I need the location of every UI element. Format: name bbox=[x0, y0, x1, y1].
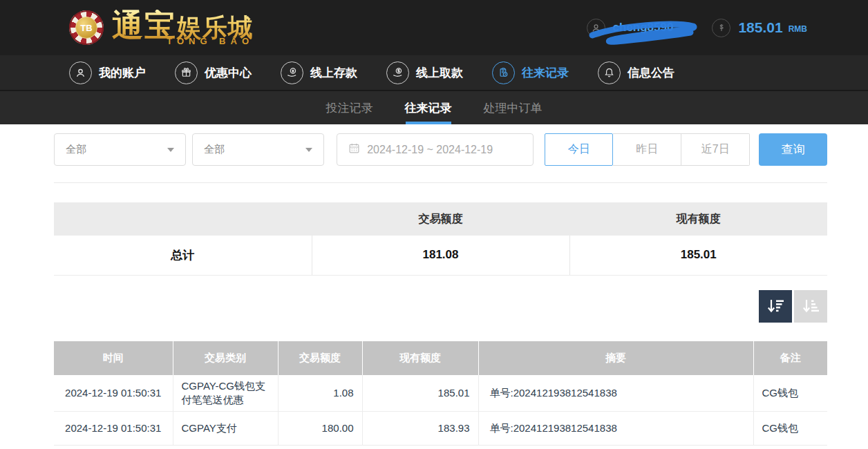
cell-summary: 单号:202412193812541838 bbox=[478, 375, 753, 412]
col-header-balance: 现有额度 bbox=[362, 341, 478, 375]
nav-label: 线上存款 bbox=[310, 65, 357, 81]
main-content: 全部 全部 2024-12-19 ~ 2024-12-19 今日 昨日 近7日 … bbox=[54, 133, 827, 446]
sort-ascending-button[interactable] bbox=[794, 290, 827, 323]
summary-header-row: 交易额度 现有额度 bbox=[54, 202, 827, 236]
table-row: 2024-12-19 01:50:31 CGPAY-CG钱包支付笔笔送优惠 1.… bbox=[54, 375, 827, 412]
user-account[interactable]: cheng8590 bbox=[587, 19, 674, 37]
coin-icon bbox=[712, 19, 730, 37]
nav-label: 线上取款 bbox=[416, 65, 463, 81]
nav-item-transaction-records[interactable]: 往来记录 bbox=[492, 61, 569, 84]
brand-name-en: TONG BAO bbox=[112, 36, 254, 46]
cell-type: CGPAY-CG钱包支付笔笔送优惠 bbox=[173, 375, 278, 412]
subcategory-select-value: 全部 bbox=[204, 143, 225, 156]
brand-wordmark: 通宝娱乐城 TONG BAO bbox=[112, 10, 254, 46]
poker-chip-icon: TB bbox=[69, 10, 104, 45]
gift-icon bbox=[175, 61, 198, 84]
cell-balance: 183.93 bbox=[362, 411, 478, 445]
category-select[interactable]: 全部 bbox=[54, 133, 186, 166]
user-icon bbox=[587, 19, 605, 37]
main-navigation: 我的账户 优惠中心 线上存款 bbox=[0, 55, 868, 90]
subcategory-select[interactable]: 全部 bbox=[192, 133, 324, 166]
nav-item-withdraw[interactable]: 线上取款 bbox=[386, 61, 463, 84]
col-header-time: 时间 bbox=[54, 341, 173, 375]
category-select-value: 全部 bbox=[66, 143, 86, 156]
nav-item-announcements[interactable]: 信息公告 bbox=[598, 61, 674, 84]
col-header-remark: 备注 bbox=[753, 341, 827, 375]
top-header: TB 通宝娱乐城 TONG BAO cheng8590 bbox=[0, 0, 868, 55]
summary-header-blank bbox=[54, 202, 312, 236]
chip-badge: TB bbox=[75, 17, 97, 39]
cell-amount: 180.00 bbox=[278, 411, 362, 445]
summary-header-transaction: 交易额度 bbox=[312, 202, 569, 236]
date-range-picker[interactable]: 2024-12-19 ~ 2024-12-19 bbox=[337, 133, 534, 166]
nav-item-promotions[interactable]: 优惠中心 bbox=[175, 61, 252, 84]
cell-balance: 185.01 bbox=[362, 375, 478, 412]
brand-logo[interactable]: TB 通宝娱乐城 TONG BAO bbox=[69, 10, 254, 46]
chevron-down-icon bbox=[167, 148, 174, 152]
nav-label: 信息公告 bbox=[628, 65, 674, 81]
cell-amount: 1.08 bbox=[278, 375, 362, 412]
header-account-area: cheng8590 185.01 RMB bbox=[587, 19, 807, 37]
balance-currency: RMB bbox=[789, 21, 807, 34]
chevron-down-icon bbox=[305, 148, 312, 152]
summary-total-row: 总计 181.08 185.01 bbox=[54, 236, 827, 275]
summary-balance-total: 185.01 bbox=[569, 236, 827, 275]
today-button[interactable]: 今日 bbox=[545, 133, 613, 166]
records-table: 时间 交易类别 交易额度 现有额度 摘要 备注 2024-12-19 01:50… bbox=[54, 341, 827, 446]
withdraw-icon bbox=[386, 61, 409, 84]
section-divider bbox=[54, 182, 827, 183]
col-header-summary: 摘要 bbox=[478, 341, 753, 375]
sort-controls bbox=[54, 290, 827, 323]
nav-item-my-account[interactable]: 我的账户 bbox=[69, 61, 146, 84]
filter-toolbar: 全部 全部 2024-12-19 ~ 2024-12-19 今日 昨日 近7日 … bbox=[54, 133, 827, 166]
summary-total-label: 总计 bbox=[54, 236, 312, 275]
user-icon bbox=[69, 61, 92, 84]
balance[interactable]: 185.01 RMB bbox=[712, 19, 807, 37]
deposit-icon bbox=[281, 61, 303, 84]
bell-icon bbox=[598, 61, 621, 84]
tab-betting-records[interactable]: 投注记录 bbox=[326, 91, 373, 124]
nav-label: 优惠中心 bbox=[205, 65, 252, 81]
records-icon bbox=[492, 61, 515, 84]
date-range-value: 2024-12-19 ~ 2024-12-19 bbox=[367, 144, 493, 156]
cell-summary: 单号:202412193812541838 bbox=[478, 411, 753, 445]
tab-pending-orders[interactable]: 处理中订单 bbox=[484, 91, 542, 124]
nav-label: 往来记录 bbox=[522, 65, 569, 81]
calendar-icon bbox=[348, 142, 360, 157]
cell-time: 2024-12-19 01:50:31 bbox=[54, 375, 173, 412]
nav-label: 我的账户 bbox=[99, 65, 146, 81]
tab-transaction-records[interactable]: 往来记录 bbox=[405, 91, 452, 124]
cell-type: CGPAY支付 bbox=[173, 411, 278, 445]
nav-item-deposit[interactable]: 线上存款 bbox=[281, 61, 357, 84]
username-text: cheng8590 bbox=[613, 21, 674, 35]
sort-descending-icon bbox=[766, 298, 785, 314]
balance-amount: 185.01 bbox=[738, 19, 782, 36]
summary-header-balance: 现有额度 bbox=[569, 202, 827, 236]
summary-table: 交易额度 现有额度 总计 181.08 185.01 bbox=[54, 202, 827, 276]
cell-time: 2024-12-19 01:50:31 bbox=[54, 411, 173, 445]
search-button[interactable]: 查询 bbox=[759, 133, 827, 166]
summary-transaction-total: 181.08 bbox=[312, 236, 569, 275]
sort-ascending-icon bbox=[802, 298, 820, 314]
sub-navigation: 投注记录 往来记录 处理中订单 bbox=[0, 90, 868, 124]
table-row: 2024-12-19 01:50:31 CGPAY支付 180.00 183.9… bbox=[54, 411, 827, 445]
quick-date-buttons: 今日 昨日 近7日 bbox=[545, 133, 750, 166]
col-header-type: 交易类别 bbox=[173, 341, 278, 375]
records-header-row: 时间 交易类别 交易额度 现有额度 摘要 备注 bbox=[54, 341, 827, 375]
col-header-amount: 交易额度 bbox=[278, 341, 362, 375]
cell-remark: CG钱包 bbox=[753, 411, 827, 445]
last7days-button[interactable]: 近7日 bbox=[681, 133, 750, 166]
yesterday-button[interactable]: 昨日 bbox=[613, 133, 681, 166]
cell-remark: CG钱包 bbox=[753, 375, 827, 412]
sort-descending-button[interactable] bbox=[759, 290, 792, 323]
